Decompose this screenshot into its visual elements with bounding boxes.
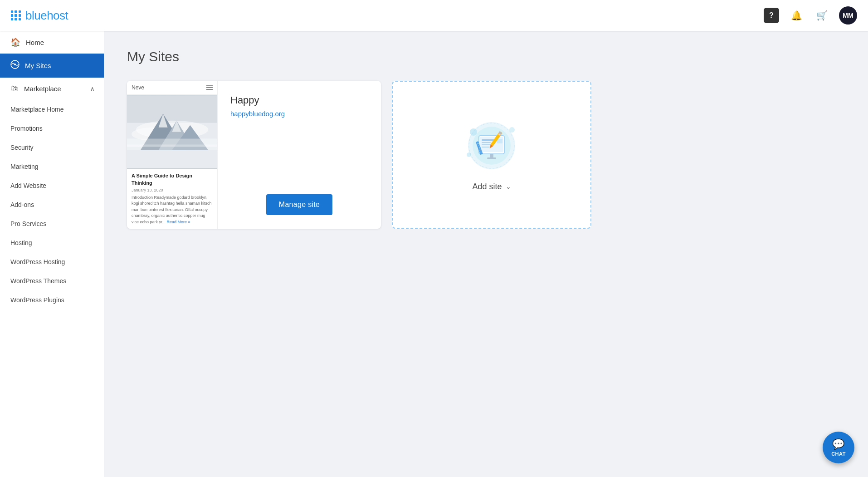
add-site-label: Add site ⌄ bbox=[472, 182, 511, 192]
sidebar-item-hosting[interactable]: Hosting bbox=[0, 233, 104, 252]
header-logo-area: bluehost bbox=[11, 9, 68, 23]
my-sites-label: My Sites bbox=[25, 62, 51, 69]
page-title: My Sites bbox=[127, 49, 845, 64]
site-url[interactable]: happybluedog.org bbox=[230, 110, 368, 118]
chat-button[interactable]: 💬 CHAT bbox=[823, 432, 854, 463]
svg-rect-24 bbox=[497, 139, 502, 143]
svg-rect-23 bbox=[482, 147, 490, 148]
svg-point-16 bbox=[509, 127, 515, 133]
site-info: Happy happybluedog.org Manage site bbox=[218, 81, 381, 229]
sidebar-item-marketplace-home[interactable]: Marketplace Home bbox=[0, 100, 104, 119]
sidebar-item-home[interactable]: 🏠 Home bbox=[0, 31, 104, 54]
notifications-icon[interactable]: 🔔 bbox=[788, 7, 805, 24]
site-preview-content: A Simple Guide to Design Thinking Januar… bbox=[127, 169, 217, 229]
preview-menu-icon[interactable] bbox=[206, 85, 213, 90]
marketplace-icon: 🛍 bbox=[10, 84, 19, 93]
sidebar-item-wp-hosting[interactable]: WordPress Hosting bbox=[0, 252, 104, 271]
chat-bubble-icon: 💬 bbox=[832, 438, 845, 450]
chevron-down-icon: ⌄ bbox=[506, 183, 511, 190]
read-more-link[interactable]: Read More » bbox=[167, 220, 190, 224]
help-icon[interactable]: ? bbox=[764, 8, 779, 23]
sidebar-item-wp-plugins[interactable]: WordPress Plugins bbox=[0, 290, 104, 310]
manage-site-button[interactable]: Manage site bbox=[266, 194, 332, 215]
site-preview-title: Neve bbox=[132, 84, 144, 91]
sidebar-item-wp-themes[interactable]: WordPress Themes bbox=[0, 271, 104, 290]
sites-list: Neve bbox=[127, 81, 845, 229]
add-site-card[interactable]: Add site ⌄ bbox=[392, 81, 591, 229]
svg-rect-21 bbox=[482, 142, 491, 143]
avatar[interactable]: MM bbox=[839, 6, 857, 25]
sidebar-item-add-ons[interactable]: Add-ons bbox=[0, 195, 104, 214]
chat-label: CHAT bbox=[831, 451, 846, 457]
svg-point-15 bbox=[470, 128, 477, 136]
logo-text: bluehost bbox=[25, 9, 68, 23]
sidebar: 🏠 Home My Sites 🛍 Marketplace ∧ Marketpl… bbox=[0, 31, 104, 477]
add-site-illustration bbox=[460, 118, 523, 173]
header-actions: ? 🔔 🛒 MM bbox=[764, 6, 857, 25]
site-preview-header: Neve bbox=[127, 81, 217, 95]
site-card: Neve bbox=[127, 81, 381, 229]
preview-post-date: January 13, 2020 bbox=[132, 188, 213, 192]
preview-post-text: Introduction Readymade godard brooklyn, … bbox=[132, 195, 213, 226]
sidebar-item-security[interactable]: Security bbox=[0, 138, 104, 157]
site-name: Happy bbox=[230, 94, 368, 106]
marketplace-label: Marketplace bbox=[24, 85, 61, 93]
sidebar-item-pro-services[interactable]: Pro Services bbox=[0, 214, 104, 233]
home-label: Home bbox=[26, 39, 44, 46]
svg-point-17 bbox=[467, 152, 471, 157]
svg-rect-26 bbox=[487, 157, 496, 159]
cart-icon[interactable]: 🛒 bbox=[814, 7, 830, 24]
site-preview-image bbox=[127, 95, 217, 169]
home-icon: 🏠 bbox=[10, 37, 20, 47]
svg-rect-20 bbox=[482, 139, 495, 141]
svg-point-1 bbox=[14, 64, 16, 65]
sidebar-item-promotions[interactable]: Promotions bbox=[0, 119, 104, 138]
main-content: My Sites Neve bbox=[104, 31, 868, 477]
marketplace-chevron: ∧ bbox=[90, 85, 95, 92]
wordpress-icon bbox=[10, 60, 20, 71]
site-preview: Neve bbox=[127, 81, 218, 229]
preview-post-title: A Simple Guide to Design Thinking bbox=[132, 172, 213, 187]
header: bluehost ? 🔔 🛒 MM bbox=[0, 0, 868, 31]
layout: 🏠 Home My Sites 🛍 Marketplace ∧ Marketpl… bbox=[0, 31, 868, 477]
svg-rect-12 bbox=[127, 144, 217, 150]
sidebar-item-my-sites[interactable]: My Sites bbox=[0, 54, 104, 78]
sidebar-item-add-website[interactable]: Add Website bbox=[0, 176, 104, 195]
sidebar-item-marketplace[interactable]: 🛍 Marketplace ∧ bbox=[0, 78, 104, 100]
svg-rect-25 bbox=[490, 154, 493, 157]
add-site-text: Add site bbox=[472, 182, 502, 192]
sidebar-item-marketing[interactable]: Marketing bbox=[0, 157, 104, 176]
grid-icon bbox=[11, 10, 21, 20]
